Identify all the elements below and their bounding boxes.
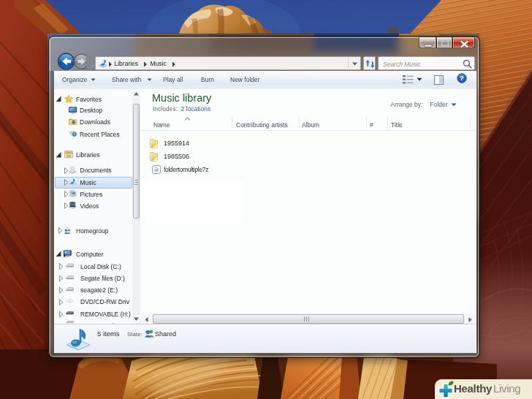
svg-text:?: ? (460, 74, 464, 82)
